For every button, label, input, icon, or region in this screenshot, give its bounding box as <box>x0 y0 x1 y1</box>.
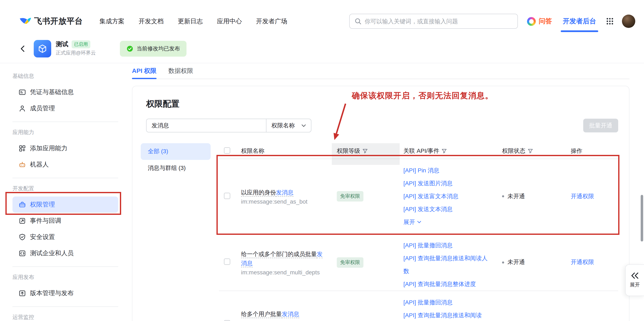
cube-icon <box>38 44 48 54</box>
sidebar-item-version[interactable]: 版本管理与发布 <box>12 285 118 302</box>
api-link[interactable]: [API] 发送文本消息 <box>404 203 497 216</box>
api-link[interactable]: [API] 查询批量消息推送和阅读人数 <box>404 252 492 278</box>
api-link[interactable]: [API] 发送富文本消息 <box>404 190 497 203</box>
main-content: API 权限 数据权限 权限配置 权限名称 批量开通 <box>125 63 644 321</box>
permission-table: 权限名称 权限等级 关联 API/事件 <box>219 143 618 321</box>
permission-name-highlight[interactable]: 发消息 <box>276 189 294 196</box>
qa-link[interactable]: 问答 <box>527 17 552 26</box>
sidebar-item-events[interactable]: 事件与回调 <box>12 213 118 229</box>
sidebar-item-test-org[interactable]: 测试企业和人员 <box>12 245 118 262</box>
api-link[interactable]: [API] 批量撤回消息 <box>404 239 497 252</box>
expand-apis-link[interactable]: 展开 <box>404 216 421 228</box>
category-message-group[interactable]: 消息与群组 (3) <box>141 160 211 176</box>
permission-name-highlight[interactable]: 发消息 <box>282 310 299 317</box>
divider <box>12 266 118 267</box>
nav-item-dev-console[interactable]: 开发者后台 <box>563 17 596 26</box>
nav-item-app-center[interactable]: 应用中心 <box>217 17 242 25</box>
row-checkbox[interactable] <box>224 320 230 321</box>
back-button[interactable] <box>19 45 27 52</box>
permission-name[interactable]: 给多个用户批量发消息 <box>241 309 324 318</box>
sidebar-item-label: 添加应用能力 <box>30 144 68 152</box>
permission-code: im:message:send_multi_depts <box>241 269 331 276</box>
sidebar-item-add-capability[interactable]: 添加应用能力 <box>12 140 118 156</box>
api-link[interactable]: [API] 批量撤回消息 <box>404 296 497 309</box>
batch-open-button[interactable]: 批量开通 <box>583 119 618 132</box>
row-checkbox[interactable] <box>224 192 230 199</box>
sidebar-item-label: 事件与回调 <box>30 217 61 225</box>
col-header-status-label: 权限状态 <box>502 147 525 155</box>
robot-icon <box>19 161 26 168</box>
api-link[interactable]: [API] Pin 消息 <box>404 164 497 177</box>
user-avatar[interactable] <box>622 14 635 28</box>
sidebar-item-label: 测试企业和人员 <box>30 250 74 257</box>
table-row: 给一个或多个部门的成员批量发消息 im:message:send_multi_d… <box>219 234 618 291</box>
filter-funnel-icon[interactable] <box>528 148 533 154</box>
annotation-text: 确保该权限开启，否则无法回复消息。 <box>352 90 493 101</box>
nav-item-changelog[interactable]: 更新日志 <box>178 17 203 25</box>
api-link[interactable]: [API] 发送图片消息 <box>404 177 497 190</box>
feishu-logo-icon <box>19 15 31 28</box>
category-all[interactable]: 全部 (3) <box>141 143 211 160</box>
status-dot-icon <box>502 261 504 263</box>
top-nav: 飞书开放平台 集成方案 开发文档 更新日志 应用中心 开发者广场 问答 开发者后… <box>0 0 644 34</box>
status-dot-icon <box>502 195 504 197</box>
brand-name: 飞书开放平台 <box>34 16 83 27</box>
tab-data-permissions[interactable]: 数据权限 <box>168 63 193 79</box>
sidebar-item-label: 机器人 <box>30 161 49 168</box>
qa-icon <box>527 17 536 26</box>
permission-search-input[interactable] <box>146 119 266 132</box>
col-header-api: 关联 API/事件 <box>398 143 497 159</box>
open-permission-link[interactable]: 开通权限 <box>571 258 594 265</box>
status-text: 未开通 <box>508 192 525 200</box>
sidebar-item-permissions[interactable]: 权限管理 <box>12 196 118 213</box>
sidebar-item-security[interactable]: 安全设置 <box>12 229 118 245</box>
table-row: 给多个用户批量发消息 [API] 批量撤回消息 [API] 查询批量消息推送和阅… <box>219 291 618 321</box>
sidebar-item-credentials[interactable]: 凭证与基础信息 <box>12 84 118 100</box>
divider <box>12 178 118 178</box>
api-link[interactable]: [API] 查询批量消息推送和阅读 <box>404 309 497 321</box>
open-permission-link[interactable]: 开通权限 <box>571 192 594 199</box>
search-field-dropdown[interactable]: 权限名称 <box>266 119 311 132</box>
row-checkbox[interactable] <box>224 258 230 265</box>
chevron-down-icon <box>417 221 421 224</box>
divider <box>12 122 118 122</box>
filter-funnel-icon[interactable] <box>442 148 447 154</box>
chevron-down-icon <box>302 124 306 127</box>
side-panel-expander[interactable]: 展开 <box>625 264 644 296</box>
permission-name[interactable]: 给一个或多个部门的成员批量发消息 <box>241 249 324 268</box>
publish-arrow-icon <box>19 290 26 297</box>
nav-item-dev-square[interactable]: 开发者广场 <box>256 17 287 25</box>
sidebar-item-members[interactable]: 成员管理 <box>12 100 118 116</box>
grid-plus-icon <box>19 145 26 152</box>
col-header-api-label: 关联 API/事件 <box>404 147 440 155</box>
tab-api-permissions[interactable]: API 权限 <box>132 63 156 79</box>
shield-icon <box>19 234 26 241</box>
api-link[interactable]: [API] 查询批量消息整体进度 <box>404 278 497 290</box>
double-chevron-left-icon <box>631 272 639 279</box>
search-icon <box>355 18 361 24</box>
nav-item-docs[interactable]: 开发文档 <box>138 17 164 25</box>
page: 飞书开放平台 集成方案 开发文档 更新日志 应用中心 开发者广场 问答 开发者后… <box>0 0 644 321</box>
sidebar-item-label: 成员管理 <box>30 104 55 112</box>
permission-code: im:message:send_as_bot <box>241 198 331 205</box>
sidebar-section-monitoring: 运营监控 <box>0 312 125 321</box>
scrollbar-thumb[interactable] <box>641 195 643 242</box>
apps-grid-button[interactable] <box>606 18 614 25</box>
brand-logo[interactable]: 飞书开放平台 <box>19 15 83 28</box>
search-input[interactable] <box>365 18 512 24</box>
publish-status-text: 当前修改均已发布 <box>136 45 180 52</box>
permission-card: 权限配置 权限名称 批量开通 全部 (3) 消息与群组 (3) <box>132 86 630 321</box>
permission-name[interactable]: 以应用的身份发消息 <box>241 188 324 197</box>
table-row: 以应用的身份发消息 im:message:send_as_bot 免审权限 [A… <box>219 159 618 234</box>
nav-item-integration[interactable]: 集成方案 <box>100 17 124 25</box>
filter-funnel-icon[interactable] <box>362 148 368 154</box>
app-icon <box>34 40 51 57</box>
sidebar-item-label: 安全设置 <box>30 233 55 241</box>
global-search[interactable] <box>349 14 518 29</box>
select-all-checkbox[interactable] <box>224 147 230 154</box>
member-icon <box>19 105 26 112</box>
sidebar-item-bot[interactable]: 机器人 <box>12 156 118 173</box>
success-check-icon <box>126 45 133 52</box>
app-header: 测试 已启用 正式应用@环界云 当前修改均已发布 <box>0 34 644 63</box>
event-callback-icon <box>19 217 26 224</box>
